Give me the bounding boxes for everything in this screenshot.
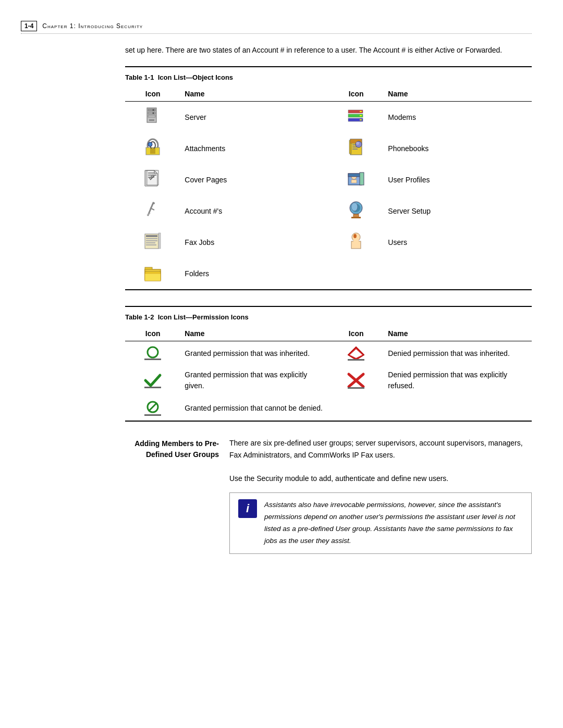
icon-granted-explicit-cell [125,365,180,396]
users-icon [346,231,366,251]
svg-rect-73 [144,387,161,388]
svg-rect-39 [351,180,357,183]
adding-members-content: There are six pre-defined user groups; s… [229,437,532,553]
table1-row2-left-name: Attachments [180,133,328,164]
svg-rect-6 [149,119,154,121]
table1-title: Icon List—Object Icons [158,73,233,81]
icon-userprofiles-cell [328,164,384,195]
table2-container: Table 1-2 Icon List—Permission Icons Ico… [125,306,532,422]
table1-col1-name-header: Name [180,87,328,102]
icon-granted-inherited-cell [125,341,180,366]
table1-row6-right-name-empty [384,258,532,289]
svg-point-68 [148,347,158,357]
granted-explicit-icon [143,372,162,389]
table1-col2-name-header: Name [384,87,532,102]
table-row: Cover Pages User Profiles [125,164,532,195]
svg-line-78 [149,403,157,411]
icon-serversetup-cell [328,195,384,227]
table-row: Server Modems [125,102,532,133]
svg-point-26 [356,142,359,145]
svg-point-17 [148,142,152,146]
table1-col2-icon-header: Icon [328,87,384,102]
svg-point-48 [351,203,358,211]
table-row: Attachments [125,133,532,164]
table2-row3-right-icon-empty [328,396,384,421]
svg-rect-11 [360,115,362,116]
table1-row6-left-name: Folders [180,258,328,289]
svg-rect-12 [360,119,362,120]
table1-row5-right-name: Users [384,227,532,258]
accountnums-icon [143,200,163,219]
table2-row3-right-name-empty [384,396,532,421]
icon-denied-inherited-cell [328,341,384,366]
table1: Icon Name Icon Name [125,87,532,289]
icon-attachments-cell [125,133,180,164]
table-row: Account #'s Server Setup [125,195,532,227]
svg-point-5 [153,113,154,114]
server-icon [143,106,163,126]
table1-row3-right-name: User Profiles [384,164,532,195]
table2-row2-left-name: Granted permission that was explicitly g… [180,365,328,396]
icon-folders-cell [125,258,180,289]
table-row: Granted permission that was inherited. D… [125,341,532,366]
table2-row2-right-name: Denied permission that was explicitly re… [384,365,532,396]
svg-rect-53 [146,238,157,239]
svg-rect-57 [158,233,161,249]
table2-col1-icon-header: Icon [125,326,180,341]
table1-num: Table 1-1 [125,73,154,81]
adding-members-text1: There are six pre-defined user groups; s… [229,437,532,461]
svg-rect-56 [146,244,156,245]
note-text: Assistants also have irrevocable permiss… [264,499,523,547]
svg-rect-54 [146,240,157,241]
note-box: i Assistants also have irrevocable permi… [229,492,532,554]
svg-rect-23 [352,149,358,150]
icon-accountnums-cell [125,195,180,227]
table2-col1-name-header: Name [180,326,328,341]
table-row: Fax Jobs Users [125,227,532,258]
svg-rect-69 [144,359,161,360]
page-header: 1-4 Chapter 1: Introducing Security [21,21,532,34]
table2-row1-left-name: Granted permission that was inherited. [180,341,328,366]
userprofiles-icon [346,168,366,188]
granted-nodeny-icon [143,400,162,416]
table2: Icon Name Icon Name [125,326,532,421]
table1-row1-left-name: Server [180,102,328,133]
icon-modems-cell [328,102,384,133]
svg-rect-52 [146,235,157,237]
table2-col2-icon-header: Icon [328,326,384,341]
denied-inherited-icon [347,346,365,361]
svg-rect-72 [348,359,364,361]
content-area: set up here. There are two states of an … [125,44,532,554]
icon-phonebooks-cell [328,133,384,164]
table1-row4-right-name: Server Setup [384,195,532,227]
table1-caption: Table 1-1 Icon List—Object Icons [125,71,532,83]
serversetup-icon [346,200,366,219]
icon-server-cell [125,102,180,133]
adding-members-section: Adding Members to Pre-Defined User Group… [125,437,532,553]
table1-container: Table 1-1 Icon List—Object Icons Icon Na… [125,66,532,290]
table2-row3-left-name: Granted permission that cannot be denied… [180,396,328,421]
faxjobs-icon [143,231,163,251]
svg-rect-67 [145,274,161,281]
table1-col1-icon-header: Icon [125,87,180,102]
svg-rect-16 [150,149,155,154]
svg-rect-41 [360,172,364,185]
svg-rect-55 [146,242,155,243]
intro-text: set up here. There are two states of an … [125,44,532,56]
table1-row6-right-icon-empty [328,258,384,289]
coverpages-icon [143,168,163,188]
icon-faxjobs-cell [125,227,180,258]
table-row: Granted permission that cannot be denied… [125,396,532,421]
icon-users-cell [328,227,384,258]
denied-explicit-icon [347,372,365,389]
page-number: 1-4 [21,21,37,31]
info-icon: i [238,499,257,518]
svg-rect-76 [348,387,364,389]
svg-rect-60 [351,241,361,249]
svg-point-59 [353,234,357,238]
svg-rect-61 [353,238,359,242]
phonebooks-icon [346,137,366,157]
svg-point-4 [153,109,154,111]
attachments-icon [143,137,163,157]
icon-denied-explicit-cell [328,365,384,396]
